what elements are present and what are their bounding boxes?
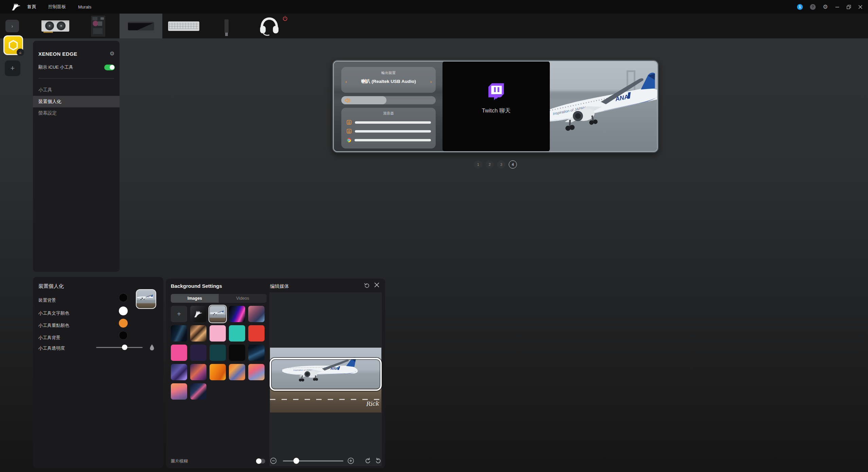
audio-widget[interactable]: 輸出裝置 ‹ 喇叭 (Realtek USB Audio) › 混音器 xyxy=(334,62,443,151)
device-tab-xeneon-edge[interactable] xyxy=(120,14,162,38)
edit-media-title: 编辑媒体 xyxy=(270,283,289,290)
page-dot-4[interactable]: 4 xyxy=(509,160,517,169)
image-thumbnail[interactable] xyxy=(190,364,206,380)
edit-media-canvas[interactable]: Rick xyxy=(269,292,382,466)
mixer-level-bar[interactable] xyxy=(355,121,431,124)
rotate-right-icon[interactable] xyxy=(375,458,381,464)
image-thumbnail[interactable] xyxy=(171,325,187,342)
widget-text-color-swatch[interactable] xyxy=(119,307,128,315)
device-tab-gpu[interactable] xyxy=(34,14,77,38)
mixer-row[interactable] xyxy=(347,138,431,142)
image-thumbnail[interactable] xyxy=(229,364,245,380)
image-thumbnail[interactable] xyxy=(190,383,206,400)
image-thumbnail[interactable] xyxy=(210,345,226,361)
image-thumbnail[interactable] xyxy=(229,306,245,322)
image-thumbnail[interactable] xyxy=(171,364,187,380)
sidebar-expand-button[interactable]: › xyxy=(5,20,19,32)
image-thumbnail[interactable] xyxy=(248,325,265,342)
zoom-slider-thumb[interactable] xyxy=(293,458,299,464)
add-scene-button[interactable]: + xyxy=(5,60,20,76)
twitch-widget-label: Twitch 聊天 xyxy=(482,107,510,115)
page-dot-3[interactable]: 3 xyxy=(497,160,505,169)
widget-accent-color-swatch[interactable] xyxy=(119,319,128,328)
device-background-thumbnail[interactable] xyxy=(136,289,156,309)
close-dialog-icon[interactable] xyxy=(374,282,379,287)
rotate-left-icon[interactable] xyxy=(365,458,371,464)
volume-slider[interactable] xyxy=(341,96,436,104)
zoom-in-icon[interactable] xyxy=(347,457,354,464)
device-tab-keyboard[interactable] xyxy=(162,14,205,38)
mixer-level-bar[interactable] xyxy=(355,130,431,133)
image-thumbnail[interactable] xyxy=(171,345,187,361)
menu-item-screen-settings[interactable]: 螢幕設定 xyxy=(33,107,120,119)
mixer-row[interactable] xyxy=(347,129,431,134)
next-device-arrow[interactable]: › xyxy=(430,79,432,84)
close-button[interactable] xyxy=(858,5,863,9)
widget-opacity-label: 小工具透明度 xyxy=(38,345,65,351)
corsair-logo-icon[interactable] xyxy=(12,2,21,12)
edit-media-toolbar: 圖片模糊 xyxy=(166,456,385,465)
icue-app-window: 首頁 控制面板 Murals 1 ? ⚙ xyxy=(0,0,868,472)
wallpaper-section[interactable] xyxy=(549,62,657,151)
device-background-label: 裝置背景 xyxy=(38,297,56,303)
menu-item-widgets[interactable]: 小工具 xyxy=(33,84,120,96)
image-blur-toggle[interactable] xyxy=(256,459,265,464)
menu-home[interactable]: 首頁 xyxy=(27,4,36,10)
mixer-row[interactable] xyxy=(347,120,431,125)
zoom-slider[interactable] xyxy=(283,460,343,461)
notification-badge[interactable]: 1 xyxy=(797,4,803,10)
image-thumbnail-corsair[interactable] xyxy=(190,306,206,322)
power-off-icon xyxy=(283,16,288,21)
image-thumbnail[interactable] xyxy=(210,364,226,380)
background-settings-title: Background Settings xyxy=(171,283,222,289)
widget-text-color-label: 小工具文字顏色 xyxy=(38,310,69,316)
image-thumbnail[interactable] xyxy=(171,383,187,400)
gpu-image xyxy=(40,17,71,36)
hexagon-icon xyxy=(8,40,18,51)
mixer-level-bar[interactable] xyxy=(355,139,431,141)
image-thumbnail[interactable] xyxy=(248,306,265,322)
device-tab-headset[interactable] xyxy=(248,14,291,38)
crop-frame[interactable] xyxy=(270,358,382,391)
image-thumbnail[interactable] xyxy=(190,325,206,342)
image-thumbnail-airplane[interactable] xyxy=(210,306,226,322)
background-settings-dialog: Background Settings 编辑媒体 Images Videos +… xyxy=(166,279,385,468)
image-thumbnail[interactable] xyxy=(210,325,226,342)
icue-widgets-toggle[interactable] xyxy=(104,65,115,70)
image-thumbnail[interactable] xyxy=(229,325,245,342)
device-background-swatch[interactable] xyxy=(119,293,128,302)
page-dot-2[interactable]: 2 xyxy=(486,160,494,169)
widget-opacity-slider-thumb[interactable] xyxy=(122,345,127,350)
image-thumbnail[interactable] xyxy=(229,345,245,361)
twitch-chat-widget[interactable]: Twitch 聊天 xyxy=(442,62,550,151)
reset-icon[interactable] xyxy=(364,282,370,288)
active-device-tile[interactable]: ⌂ xyxy=(3,35,23,55)
widget-background-label: 小工具背景 xyxy=(38,335,60,341)
tab-images[interactable]: Images xyxy=(171,294,219,303)
device-gear-icon[interactable]: ⚙ xyxy=(110,50,114,57)
output-device-name: 喇叭 (Realtek USB Audio) xyxy=(361,78,416,85)
image-thumbnail[interactable] xyxy=(190,345,206,361)
image-thumbnail[interactable] xyxy=(248,345,265,361)
tab-videos[interactable]: Videos xyxy=(219,294,267,303)
zoom-out-icon[interactable] xyxy=(270,457,277,464)
image-thumbnail[interactable] xyxy=(248,364,265,380)
restore-button[interactable] xyxy=(847,5,851,9)
page-dot-1[interactable]: 1 xyxy=(474,160,482,169)
menu-murals[interactable]: Murals xyxy=(78,4,91,10)
menu-item-device-personalization[interactable]: 裝置個人化 xyxy=(33,96,120,107)
add-image-button[interactable]: + xyxy=(171,306,187,322)
prev-device-arrow[interactable]: ‹ xyxy=(345,79,347,84)
speaker-box-icon xyxy=(347,120,351,125)
motherboard-image xyxy=(90,15,106,37)
menu-dashboard[interactable]: 控制面板 xyxy=(48,4,66,10)
device-tab-usb-device[interactable] xyxy=(205,14,248,38)
help-icon[interactable]: ? xyxy=(810,4,816,10)
device-tab-motherboard[interactable] xyxy=(77,14,120,38)
keyboard-image xyxy=(168,21,199,31)
widget-opacity-slider[interactable] xyxy=(96,347,143,348)
widget-background-swatch[interactable] xyxy=(119,331,128,340)
settings-gear-icon[interactable]: ⚙ xyxy=(823,4,828,10)
minimize-button[interactable] xyxy=(835,5,839,9)
personalization-title: 裝置個人化 xyxy=(38,283,64,290)
